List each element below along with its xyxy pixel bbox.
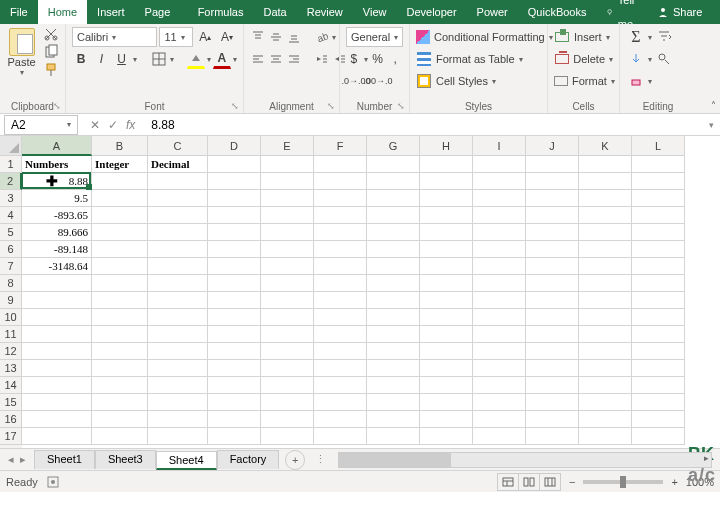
column-header[interactable]: C [148, 136, 208, 156]
sheet-nav-next-icon[interactable]: ▸ [20, 453, 26, 466]
cell[interactable] [473, 292, 526, 309]
cell[interactable] [473, 190, 526, 207]
cell[interactable] [420, 173, 473, 190]
cell[interactable] [22, 360, 92, 377]
cell[interactable] [92, 394, 148, 411]
row-header[interactable]: 13 [0, 360, 22, 377]
cell-styles-button[interactable]: Cell Styles▾ [416, 70, 541, 92]
cell[interactable] [632, 343, 685, 360]
cell[interactable] [367, 360, 420, 377]
cell[interactable] [526, 394, 579, 411]
cell[interactable] [314, 275, 367, 292]
cell[interactable] [261, 428, 314, 445]
sheet-tab-divider[interactable]: ⋮ [311, 453, 330, 466]
cell[interactable] [632, 190, 685, 207]
sheet-nav-prev-icon[interactable]: ◂ [8, 453, 14, 466]
font-color-icon[interactable]: A [213, 49, 231, 69]
cell[interactable] [208, 343, 261, 360]
cell[interactable] [579, 190, 632, 207]
cell[interactable] [314, 428, 367, 445]
cell[interactable] [92, 309, 148, 326]
cell[interactable] [314, 207, 367, 224]
cell[interactable] [261, 224, 314, 241]
ribbon-tab-file[interactable]: File [0, 0, 38, 24]
cell[interactable] [314, 377, 367, 394]
cell[interactable] [473, 343, 526, 360]
autosum-icon[interactable]: Σ [626, 27, 646, 47]
sheet-tab[interactable]: Sheet1 [34, 450, 95, 469]
cell[interactable] [367, 411, 420, 428]
cell[interactable] [261, 241, 314, 258]
cell[interactable] [148, 394, 208, 411]
cell[interactable] [473, 173, 526, 190]
cell[interactable] [579, 411, 632, 428]
row-header[interactable]: 15 [0, 394, 22, 411]
cell[interactable] [420, 411, 473, 428]
cell[interactable] [22, 275, 92, 292]
cell[interactable] [261, 275, 314, 292]
cell[interactable] [632, 360, 685, 377]
number-format-combo[interactable]: General▾ [346, 27, 403, 47]
cell[interactable] [148, 326, 208, 343]
cell[interactable] [367, 343, 420, 360]
cell[interactable] [367, 156, 420, 173]
cell[interactable] [22, 343, 92, 360]
insert-cells-button[interactable]: Insert▾ [554, 26, 613, 48]
cell[interactable] [148, 411, 208, 428]
cell[interactable] [526, 377, 579, 394]
cell[interactable] [148, 258, 208, 275]
cell[interactable] [148, 428, 208, 445]
cell[interactable] [579, 394, 632, 411]
row-header[interactable]: 3 [0, 190, 22, 207]
ribbon-tab-formulas[interactable]: Formulas [188, 0, 254, 24]
cell[interactable] [473, 275, 526, 292]
cell[interactable] [579, 224, 632, 241]
cell[interactable] [526, 173, 579, 190]
row-header[interactable]: 7 [0, 258, 22, 275]
row-header[interactable]: 5 [0, 224, 22, 241]
cell[interactable] [367, 377, 420, 394]
cell[interactable] [632, 207, 685, 224]
cell[interactable] [473, 156, 526, 173]
cell[interactable] [92, 360, 148, 377]
page-layout-view-icon[interactable] [518, 473, 540, 491]
decrease-decimal-icon[interactable]: .00→.0 [368, 71, 388, 91]
number-dialog-icon[interactable]: ⤡ [397, 101, 405, 111]
sheet-tab[interactable]: Sheet4 [156, 451, 217, 470]
add-sheet-button[interactable]: + [285, 450, 305, 470]
cut-icon[interactable] [43, 26, 59, 42]
cell[interactable] [632, 156, 685, 173]
ribbon-tab-quickbooks[interactable]: QuickBooks [518, 0, 597, 24]
cell[interactable] [261, 173, 314, 190]
cell[interactable] [420, 292, 473, 309]
cell[interactable] [208, 394, 261, 411]
cell[interactable] [148, 275, 208, 292]
sheet-tab[interactable]: Factory [217, 450, 280, 469]
cell[interactable] [473, 241, 526, 258]
cell[interactable]: 89.666 [22, 224, 92, 241]
cell[interactable] [261, 411, 314, 428]
cell[interactable] [526, 224, 579, 241]
zoom-in-icon[interactable]: + [671, 476, 677, 488]
cell[interactable] [420, 207, 473, 224]
cell[interactable] [314, 190, 367, 207]
row-header[interactable]: 8 [0, 275, 22, 292]
cell[interactable]: Integer [92, 156, 148, 173]
cell[interactable] [579, 275, 632, 292]
cell[interactable] [314, 411, 367, 428]
cell[interactable] [579, 377, 632, 394]
column-header[interactable]: I [473, 136, 526, 156]
cell[interactable] [473, 428, 526, 445]
cell[interactable]: Numbers [22, 156, 92, 173]
cell[interactable] [261, 377, 314, 394]
cell[interactable] [632, 292, 685, 309]
row-header[interactable]: 6 [0, 241, 22, 258]
cell[interactable] [526, 343, 579, 360]
horizontal-scrollbar[interactable]: ◂ ▸ [338, 452, 712, 468]
cell[interactable] [261, 190, 314, 207]
cell[interactable] [367, 258, 420, 275]
cell[interactable] [148, 224, 208, 241]
fill-color-icon[interactable] [187, 49, 205, 69]
cell[interactable] [314, 326, 367, 343]
page-break-view-icon[interactable] [539, 473, 561, 491]
